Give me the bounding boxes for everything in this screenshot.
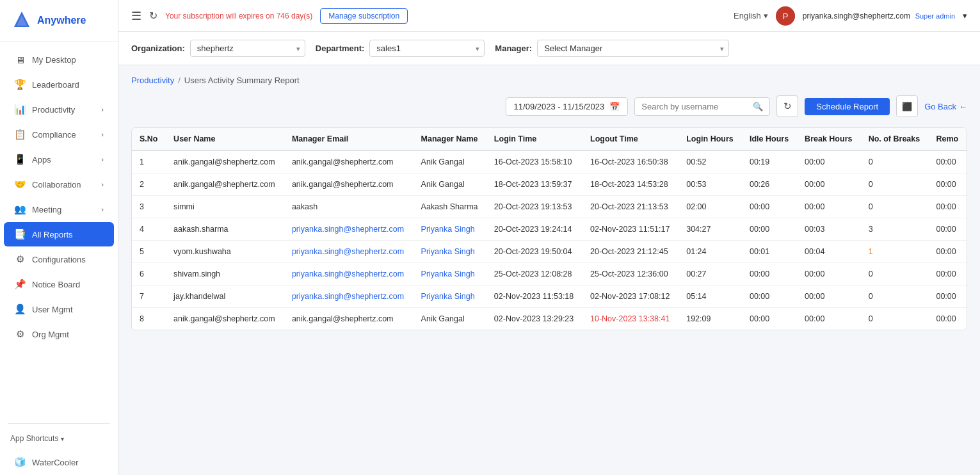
sidebar-item-productivity-label: Productivity xyxy=(32,105,75,115)
table-cell: 00:00 xyxy=(797,196,861,218)
table-cell: priyanka.singh@shephertz.com xyxy=(284,263,414,286)
refresh-button[interactable]: ↻ xyxy=(776,95,798,117)
org-filter-group: Organization: shephertz xyxy=(131,40,305,57)
table-cell: 00:00 xyxy=(797,150,861,173)
sidebar-nav: 🖥 My Desktop 🏆 Leaderboard 📊 Productivit… xyxy=(0,42,118,419)
sidebar-item-leaderboard-label: Leaderboard xyxy=(32,80,79,90)
sidebar-item-org-mgmt-label: Org Mgmt xyxy=(32,330,69,339)
table-cell: 0 xyxy=(861,263,929,286)
dept-label: Department: xyxy=(316,44,365,53)
table-cell: 18-Oct-2023 13:59:37 xyxy=(486,173,582,196)
data-table-container: S.NoUser NameManager EmailManager NameLo… xyxy=(131,127,967,330)
hamburger-icon[interactable]: ☰ xyxy=(131,9,141,23)
all-reports-icon: 📑 xyxy=(14,229,26,240)
sidebar-item-configurations[interactable]: ⚙ Configurations xyxy=(4,247,114,271)
org-mgmt-icon: ⚙ xyxy=(14,328,26,340)
date-range-text: 11/09/2023 - 11/15/2023 xyxy=(514,102,605,111)
table-cell: 00:00 xyxy=(928,286,967,308)
sidebar-item-meeting-label: Meeting xyxy=(32,205,61,214)
schedule-report-button[interactable]: Schedule Report xyxy=(805,98,890,115)
apps-icon: 📱 xyxy=(14,154,26,165)
main-area: ☰ ↻ Your subscription will expires on 74… xyxy=(118,0,980,475)
topbar-refresh-icon[interactable]: ↻ xyxy=(149,10,157,22)
table-cell: Priyanka Singh xyxy=(414,218,486,241)
filters-bar: Organization: shephertz Department: sale… xyxy=(118,32,980,65)
refresh-icon: ↻ xyxy=(783,101,792,112)
sidebar-item-my-desktop[interactable]: 🖥 My Desktop xyxy=(4,47,114,72)
dept-select[interactable]: sales1 xyxy=(369,40,485,57)
export-button[interactable]: ⬛ xyxy=(896,95,918,117)
table-row: 6shivam.singhpriyanka.singh@shephertz.co… xyxy=(132,263,967,286)
logo-icon xyxy=(10,9,33,32)
manager-filter-group: Manager: Select Manager xyxy=(495,40,729,57)
col-header-manager-email: Manager Email xyxy=(284,128,414,150)
user-dropdown-icon[interactable]: ▾ xyxy=(963,11,967,20)
table-cell: 00:00 xyxy=(928,263,967,286)
table-cell: 00:26 xyxy=(742,173,797,196)
table-cell: 01:24 xyxy=(679,241,742,263)
table-cell: 00:00 xyxy=(742,218,797,241)
sidebar: Anywhere 🖥 My Desktop 🏆 Leaderboard 📊 Pr… xyxy=(0,0,118,475)
sidebar-item-user-mgmt-label: User Mgmt xyxy=(32,305,73,314)
table-row: 4aakash.sharmapriyanka.singh@shephertz.c… xyxy=(132,218,967,241)
watercooler-icon: 🧊 xyxy=(14,456,26,468)
collaboration-icon: 🤝 xyxy=(14,179,26,190)
table-cell: 6 xyxy=(132,263,166,286)
table-cell: 00:00 xyxy=(928,173,967,196)
table-cell: 18-Oct-2023 14:53:28 xyxy=(582,173,679,196)
topbar-left: ☰ ↻ Your subscription will expires on 74… xyxy=(131,8,734,24)
table-header: S.NoUser NameManager EmailManager NameLo… xyxy=(132,128,967,150)
manager-select[interactable]: Select Manager xyxy=(537,40,729,57)
org-select[interactable]: shephertz xyxy=(190,40,305,57)
table-cell: aakash xyxy=(284,196,414,218)
sidebar-item-compliance[interactable]: 📋 Compliance › xyxy=(4,122,114,147)
table-cell: 1 xyxy=(861,241,929,263)
table-cell: priyanka.singh@shephertz.com xyxy=(284,241,414,263)
breadcrumb-productivity-link[interactable]: Productivity xyxy=(131,76,174,85)
language-label: English xyxy=(734,11,761,20)
sidebar-item-all-reports[interactable]: 📑 All Reports xyxy=(4,222,114,246)
sidebar-item-apps[interactable]: 📱 Apps › xyxy=(4,147,114,172)
manage-subscription-button[interactable]: Manage subscription xyxy=(320,8,408,24)
org-label: Organization: xyxy=(131,44,185,53)
table-cell: 02-Nov-2023 17:08:12 xyxy=(582,286,679,308)
calendar-icon: 📅 xyxy=(609,102,620,111)
productivity-icon: 📊 xyxy=(14,104,26,115)
table-cell: 25-Oct-2023 12:08:28 xyxy=(486,263,582,286)
sidebar-item-meeting[interactable]: 👥 Meeting › xyxy=(4,197,114,221)
table-row: 5vyom.kushwahapriyanka.singh@shephertz.c… xyxy=(132,241,967,263)
table-cell: Priyanka Singh xyxy=(414,286,486,308)
user-role: Super admin xyxy=(915,12,955,20)
sidebar-item-notice-board[interactable]: 📌 Notice Board xyxy=(4,272,114,296)
table-cell: 20-Oct-2023 19:24:14 xyxy=(486,218,582,241)
app-shortcuts[interactable]: App Shortcuts ▾ xyxy=(0,428,118,449)
table-row: 7jay.khandelwalpriyanka.singh@shephertz.… xyxy=(132,286,967,308)
col-header-login-hours: Login Hours xyxy=(679,128,742,150)
table-cell: 00:00 xyxy=(797,173,861,196)
sidebar-item-user-mgmt[interactable]: 👤 User Mgmt xyxy=(4,297,114,321)
sidebar-item-productivity[interactable]: 📊 Productivity › xyxy=(4,97,114,122)
sidebar-item-collaboration[interactable]: 🤝 Collaboration › xyxy=(4,172,114,197)
manager-label: Manager: xyxy=(495,44,532,53)
table-cell: 00:53 xyxy=(679,173,742,196)
language-selector[interactable]: English ▾ xyxy=(734,11,768,20)
sidebar-item-watercooler[interactable]: 🧊 WaterCooler xyxy=(4,450,114,474)
col-header-remo: Remo xyxy=(928,128,967,150)
table-cell: 10-Nov-2023 13:38:41 xyxy=(582,308,679,330)
go-back-button[interactable]: Go Back ← xyxy=(924,102,967,111)
sidebar-item-org-mgmt[interactable]: ⚙ Org Mgmt xyxy=(4,322,114,346)
table-cell: 00:19 xyxy=(742,150,797,173)
search-input[interactable] xyxy=(641,102,749,111)
table-cell: 00:00 xyxy=(742,263,797,286)
table-body: 1anik.gangal@shephertz.comanik.gangal@sh… xyxy=(132,150,967,330)
table-cell: 00:01 xyxy=(742,241,797,263)
table-cell: 00:52 xyxy=(679,150,742,173)
date-range-picker[interactable]: 11/09/2023 - 11/15/2023 📅 xyxy=(506,97,629,116)
sidebar-item-leaderboard[interactable]: 🏆 Leaderboard xyxy=(4,72,114,97)
export-icon: ⬛ xyxy=(902,102,912,111)
sidebar-item-watercooler-label: WaterCooler xyxy=(32,458,78,467)
table-cell: 02-Nov-2023 13:29:23 xyxy=(486,308,582,330)
sidebar-item-collaboration-label: Collaboration xyxy=(32,180,81,189)
table-cell: 16-Oct-2023 16:50:38 xyxy=(582,150,679,173)
table-cell: 00:00 xyxy=(742,286,797,308)
